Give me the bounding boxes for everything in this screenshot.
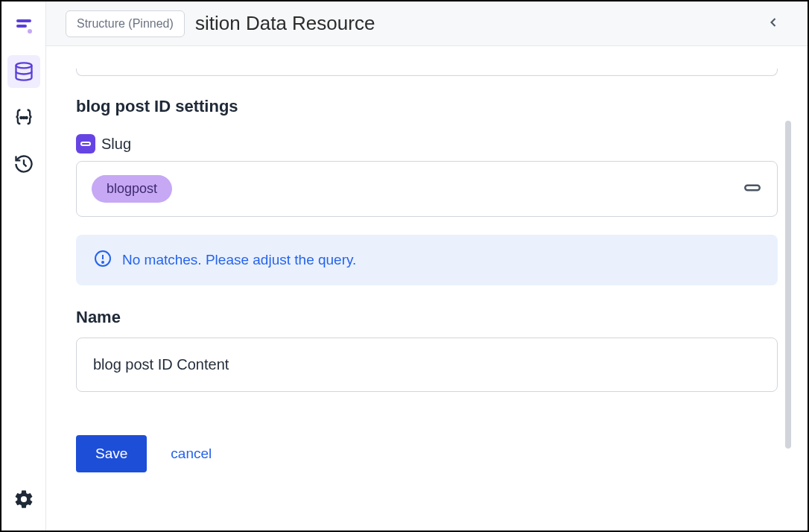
svg-point-4 (20, 117, 22, 118)
chevron-left-icon (766, 15, 781, 30)
no-matches-alert: No matches. Please adjust the query. (76, 235, 778, 285)
slug-input[interactable]: blogpost (76, 161, 778, 217)
svg-rect-1 (16, 25, 27, 28)
content-panel: blog post ID settings Slug blogpost (46, 46, 808, 531)
database-icon[interactable] (7, 55, 40, 88)
history-icon[interactable] (7, 148, 40, 180)
svg-point-5 (22, 117, 24, 118)
slug-type-icon (76, 134, 95, 153)
gear-icon[interactable] (7, 483, 40, 516)
slug-chip[interactable]: blogpost (92, 175, 172, 203)
svg-point-11 (102, 262, 104, 263)
tooltip-label: Structure (Pinned) (77, 17, 174, 30)
svg-rect-8 (745, 185, 760, 190)
page-title: sition Data Resource (195, 12, 375, 35)
slug-label-text: Slug (101, 136, 131, 153)
scrollbar-thumb[interactable] (785, 121, 791, 449)
main-area: sition Data Resource blog post ID settin… (46, 1, 808, 531)
logo-icon[interactable] (7, 9, 40, 42)
svg-rect-0 (16, 19, 31, 22)
collapse-button[interactable] (761, 10, 785, 37)
slug-field-label: Slug (76, 134, 778, 153)
structure-tooltip: Structure (Pinned) (66, 10, 185, 37)
svg-rect-7 (81, 142, 90, 145)
previous-field-edge (76, 69, 778, 76)
save-button[interactable]: Save (76, 435, 147, 472)
form-actions: Save cancel (76, 435, 778, 472)
name-field-label: Name (76, 308, 778, 327)
svg-point-3 (16, 63, 31, 68)
alert-circle-icon (94, 250, 112, 270)
sidebar (1, 1, 46, 531)
section-title: blog post ID settings (76, 97, 778, 116)
cancel-button[interactable]: cancel (171, 446, 212, 462)
alert-message: No matches. Please adjust the query. (122, 252, 356, 268)
link-icon (743, 178, 762, 200)
svg-point-6 (25, 117, 27, 118)
name-input[interactable] (76, 338, 778, 392)
svg-point-2 (28, 29, 32, 34)
code-braces-icon[interactable] (7, 101, 40, 134)
